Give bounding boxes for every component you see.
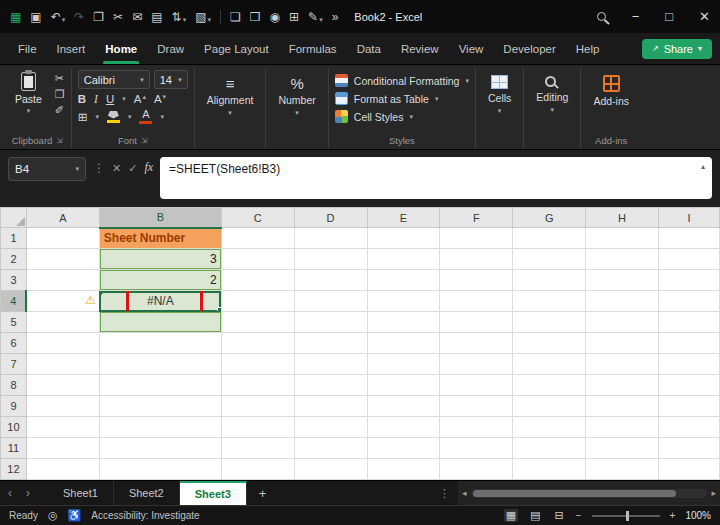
- row-header-12[interactable]: 12: [1, 459, 27, 480]
- number-button[interactable]: % Number ▾: [272, 70, 321, 117]
- cell-H11[interactable]: [586, 438, 659, 459]
- cell-I6[interactable]: [659, 333, 720, 354]
- cell-F4[interactable]: [440, 291, 513, 312]
- cell-I8[interactable]: [659, 375, 720, 396]
- cell-I5[interactable]: [659, 312, 720, 333]
- cell-D3[interactable]: [294, 270, 367, 291]
- cut-button[interactable]: ✂: [55, 73, 65, 84]
- cell-I4[interactable]: [659, 291, 720, 312]
- cell-A10[interactable]: [26, 417, 99, 438]
- cell-E10[interactable]: [367, 417, 440, 438]
- row-header-11[interactable]: 11: [1, 438, 27, 459]
- zoom-level[interactable]: 100%: [685, 510, 711, 521]
- close-button[interactable]: ✕: [699, 9, 710, 24]
- excel-app-icon[interactable]: ▦: [10, 10, 21, 24]
- cell-C12[interactable]: [221, 459, 294, 480]
- column-header-F[interactable]: F: [440, 208, 513, 228]
- cell-H1[interactable]: [586, 228, 659, 249]
- new-doc-icon[interactable]: ❏: [230, 10, 241, 24]
- cell-E8[interactable]: [367, 375, 440, 396]
- tab-draw[interactable]: Draw: [147, 33, 194, 64]
- cell-D6[interactable]: [294, 333, 367, 354]
- cell-C3[interactable]: [221, 270, 294, 291]
- zoom-slider[interactable]: [592, 515, 660, 517]
- borders-button[interactable]: ⊞: [78, 110, 88, 124]
- enter-entry-button[interactable]: ✓: [128, 157, 137, 175]
- cell-B7[interactable]: [99, 354, 221, 375]
- underline-button[interactable]: U: [106, 93, 114, 105]
- tab-file[interactable]: File: [8, 33, 47, 64]
- cell-I3[interactable]: [659, 270, 720, 291]
- cell-B10[interactable]: [99, 417, 221, 438]
- format-as-table-button[interactable]: Format as Table ▾: [335, 92, 439, 105]
- cut-icon[interactable]: ✂: [113, 10, 123, 24]
- cell-E4[interactable]: [367, 291, 440, 312]
- clipboard-dialog-launcher[interactable]: ⇲: [56, 136, 63, 145]
- cell-H2[interactable]: [586, 249, 659, 270]
- select-all-corner[interactable]: [1, 208, 27, 228]
- column-header-C[interactable]: C: [221, 208, 294, 228]
- cell-D5[interactable]: [294, 312, 367, 333]
- name-box[interactable]: B4 ▾: [8, 157, 86, 181]
- cell-F6[interactable]: [440, 333, 513, 354]
- cell-F12[interactable]: [440, 459, 513, 480]
- cell-F8[interactable]: [440, 375, 513, 396]
- column-header-I[interactable]: I: [659, 208, 720, 228]
- font-size-select[interactable]: 14 ▾: [154, 70, 188, 89]
- bold-button[interactable]: B: [78, 93, 86, 105]
- shrink-font-button[interactable]: A ▾: [154, 93, 166, 105]
- cell-B1[interactable]: Sheet Number: [99, 228, 221, 249]
- tab-formulas[interactable]: Formulas: [279, 33, 347, 64]
- cell-C2[interactable]: [221, 249, 294, 270]
- cell-D12[interactable]: [294, 459, 367, 480]
- sheet-tab-sheet3[interactable]: Sheet3: [180, 481, 247, 505]
- zoom-out-button[interactable]: −: [576, 510, 582, 521]
- cell-C4[interactable]: [221, 291, 294, 312]
- cell-G4[interactable]: [513, 291, 586, 312]
- cell-F11[interactable]: [440, 438, 513, 459]
- sort-icon[interactable]: ⇅▾: [172, 10, 187, 24]
- grow-font-button[interactable]: A ▴: [134, 93, 146, 105]
- editing-button[interactable]: Editing ▾: [530, 70, 574, 114]
- cell-D7[interactable]: [294, 354, 367, 375]
- minimize-button[interactable]: −: [632, 9, 640, 24]
- cell-B6[interactable]: [99, 333, 221, 354]
- formula-input[interactable]: =SHEET(Sheet6!B3) ▴: [160, 157, 712, 199]
- cancel-entry-button[interactable]: ✕: [112, 157, 121, 175]
- normal-view-icon[interactable]: ▦: [504, 509, 518, 522]
- redo-icon[interactable]: ↷: [74, 10, 84, 24]
- cell-C9[interactable]: [221, 396, 294, 417]
- cell-C6[interactable]: [221, 333, 294, 354]
- tab-developer[interactable]: Developer: [493, 33, 565, 64]
- cell-A9[interactable]: [26, 396, 99, 417]
- cell-E1[interactable]: [367, 228, 440, 249]
- font-name-select[interactable]: Calibri ▾: [78, 70, 150, 89]
- row-header-7[interactable]: 7: [1, 354, 27, 375]
- cell-styles-button[interactable]: Cell Styles ▾: [335, 110, 413, 123]
- tab-data[interactable]: Data: [347, 33, 391, 64]
- cell-I9[interactable]: [659, 396, 720, 417]
- cell-D11[interactable]: [294, 438, 367, 459]
- cell-A1[interactable]: [26, 228, 99, 249]
- cell-C8[interactable]: [221, 375, 294, 396]
- search-icon[interactable]: [597, 12, 606, 21]
- cell-B9[interactable]: [99, 396, 221, 417]
- cell-C10[interactable]: [221, 417, 294, 438]
- print-icon[interactable]: ❒: [250, 10, 261, 24]
- undo-icon[interactable]: ↶▾: [51, 10, 66, 24]
- more-commands-icon[interactable]: »: [332, 10, 339, 24]
- cell-B11[interactable]: [99, 438, 221, 459]
- cell-G6[interactable]: [513, 333, 586, 354]
- tab-home[interactable]: Home: [95, 33, 147, 64]
- font-color-button[interactable]: A: [139, 109, 152, 124]
- cell-A5[interactable]: [26, 312, 99, 333]
- cell-H8[interactable]: [586, 375, 659, 396]
- zoom-in-button[interactable]: +: [670, 510, 676, 521]
- cell-E9[interactable]: [367, 396, 440, 417]
- new-sheet-button[interactable]: +: [247, 481, 279, 505]
- cell-A4[interactable]: ⚠: [26, 291, 99, 312]
- row-header-5[interactable]: 5: [1, 312, 27, 333]
- row-header-10[interactable]: 10: [1, 417, 27, 438]
- draw-icon[interactable]: ✎▾: [308, 10, 323, 24]
- cell-B5[interactable]: [99, 312, 221, 333]
